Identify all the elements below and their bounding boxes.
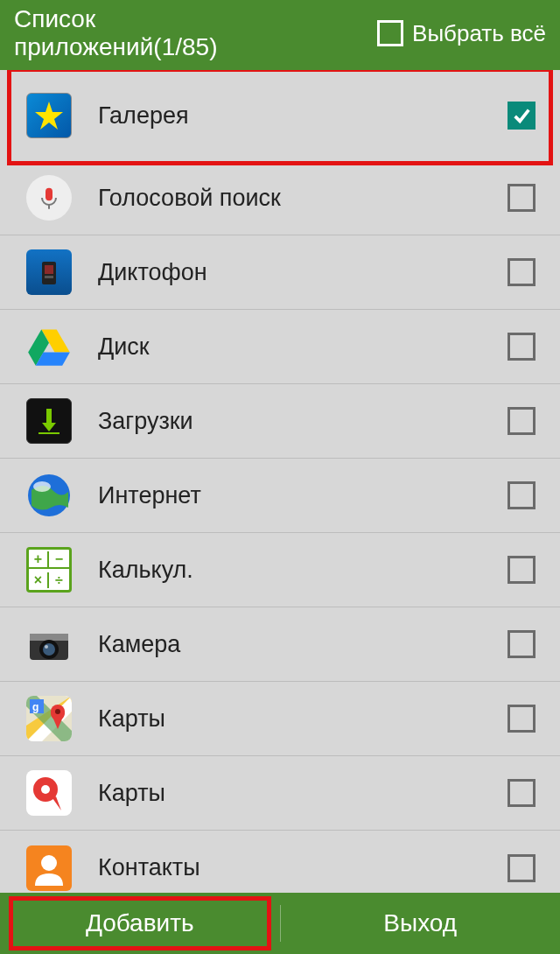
- svg-rect-5: [45, 276, 53, 278]
- app-label: Голосовой поиск: [98, 185, 508, 212]
- list-item[interactable]: Камера: [0, 607, 560, 682]
- app-label: Карты: [98, 780, 508, 807]
- title-line2: приложений(1/85): [14, 33, 217, 61]
- svg-point-31: [41, 855, 57, 871]
- list-item[interactable]: +−×÷Калькул.: [0, 533, 560, 607]
- list-item[interactable]: Интернет: [0, 459, 560, 533]
- svg-rect-1: [46, 188, 52, 200]
- list-item[interactable]: Диктофон: [0, 235, 560, 310]
- app-label: Контакты: [98, 854, 508, 881]
- svg-rect-4: [45, 265, 53, 274]
- drive-icon: [26, 324, 72, 369]
- svg-point-18: [45, 645, 48, 649]
- exit-button-label: Выход: [383, 909, 457, 937]
- bottom-bar: Добавить Выход: [0, 893, 560, 954]
- select-all-checkbox-icon: [377, 20, 403, 46]
- downloads-icon: [26, 398, 72, 444]
- svg-text:g: g: [32, 701, 38, 713]
- list-item[interactable]: Контакты: [0, 831, 560, 893]
- exit-button[interactable]: Выход: [281, 893, 561, 954]
- gmaps-icon: g: [26, 696, 72, 741]
- checkbox-empty-icon[interactable]: [508, 854, 536, 882]
- checkbox-empty-icon[interactable]: [508, 705, 536, 733]
- add-button[interactable]: Добавить: [0, 893, 280, 954]
- page-title: Список приложений(1/85): [14, 5, 217, 61]
- voice-icon: [26, 175, 72, 221]
- svg-marker-10: [42, 423, 56, 431]
- checkbox-empty-icon[interactable]: [508, 630, 536, 658]
- gallery-icon: [26, 93, 72, 138]
- list-item[interactable]: Диск: [0, 310, 560, 384]
- checkbox-empty-icon[interactable]: [508, 481, 536, 509]
- select-all-label: Выбрать всё: [412, 20, 546, 47]
- svg-marker-30: [52, 796, 61, 810]
- checkbox-empty-icon[interactable]: [508, 779, 536, 807]
- svg-rect-9: [46, 409, 52, 423]
- app-label: Диктофон: [98, 259, 508, 286]
- header: Список приложений(1/85) Выбрать всё: [0, 0, 560, 70]
- checkbox-empty-icon[interactable]: [508, 333, 536, 361]
- app-list: ГалереяГолосовой поискДиктофонДискЗагруз…: [0, 70, 560, 893]
- list-item[interactable]: Галерея: [0, 70, 560, 161]
- svg-point-13: [33, 481, 51, 492]
- svg-point-17: [43, 643, 55, 656]
- app-label: Загрузки: [98, 408, 508, 435]
- checkbox-checked-icon[interactable]: [508, 102, 536, 130]
- camera-icon: [26, 621, 72, 667]
- app-label: Калькул.: [98, 557, 508, 584]
- app-label: Камера: [98, 631, 508, 658]
- app-label: Галерея: [98, 102, 508, 130]
- list-item[interactable]: Загрузки: [0, 384, 560, 459]
- app-label: Карты: [98, 705, 508, 733]
- checkbox-empty-icon[interactable]: [508, 258, 536, 286]
- add-button-highlight: Добавить: [0, 893, 280, 954]
- svg-marker-0: [35, 102, 63, 130]
- internet-icon: [26, 473, 72, 518]
- checkbox-empty-icon[interactable]: [508, 184, 536, 212]
- checkbox-empty-icon[interactable]: [508, 556, 536, 584]
- svg-point-27: [55, 709, 60, 714]
- calc-icon: +−×÷: [26, 547, 72, 593]
- svg-rect-15: [30, 634, 68, 641]
- checkbox-empty-icon[interactable]: [508, 407, 536, 435]
- app-label: Диск: [98, 333, 508, 361]
- app-label: Интернет: [98, 482, 508, 509]
- select-all[interactable]: Выбрать всё: [377, 20, 546, 47]
- title-line1: Список: [14, 5, 217, 33]
- contacts-icon: [26, 845, 72, 891]
- svg-point-29: [41, 785, 50, 794]
- add-button-label: Добавить: [86, 909, 194, 937]
- recorder-icon: [26, 249, 72, 295]
- list-item[interactable]: Голосовой поиск: [0, 161, 560, 235]
- list-item-highlight: Галерея: [0, 70, 560, 161]
- list-item[interactable]: gКарты: [0, 682, 560, 756]
- list-item[interactable]: Карты: [0, 756, 560, 831]
- ymaps-icon: [26, 770, 72, 816]
